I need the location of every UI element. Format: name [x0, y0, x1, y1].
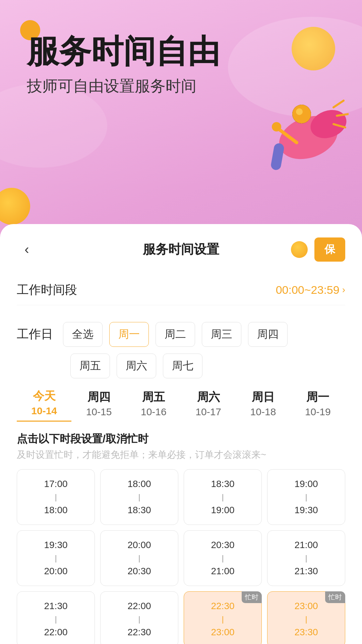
time-start-3: 19:00	[294, 479, 318, 489]
time-start-1: 18:00	[127, 479, 151, 489]
time-start-11: 23:00	[294, 601, 318, 611]
schedule-hint: 及时设置忙时，才能避免拒单；来单必接，订单才会滚滚来~	[17, 448, 345, 461]
separator-2: |	[187, 492, 258, 502]
date-nav-item-5[interactable]: 周一 10-19	[291, 389, 345, 422]
back-button[interactable]: ‹	[17, 242, 37, 257]
day-btn-tue[interactable]: 周二	[156, 322, 195, 347]
main-card: ‹ 服务时间设置 保 工作时间段 00:00~23:59 › 工作日 全选 周一…	[0, 224, 362, 644]
day-btn-all[interactable]: 全选	[63, 322, 103, 347]
date-num-3: 10-17	[181, 406, 236, 418]
date-num-1: 10-15	[71, 406, 126, 418]
weekday-section: 工作日 全选 周一 周二 周三 周四 周五 周六 周七	[0, 312, 362, 382]
card-header: ‹ 服务时间设置 保	[0, 224, 362, 268]
date-day-2: 周五	[126, 389, 181, 405]
separator-7: |	[271, 553, 342, 563]
day-btn-sat[interactable]: 周六	[117, 354, 156, 378]
schedule-section: 点击以下时段设置/取消忙时 及时设置忙时，才能避免拒单；来单必接，订单才会滚滚来…	[0, 425, 362, 644]
date-nav-item-0[interactable]: 今天 10-14	[17, 388, 71, 422]
svg-rect-2	[270, 143, 285, 171]
svg-point-5	[296, 108, 303, 115]
separator-1: |	[104, 492, 175, 502]
day-btn-thu[interactable]: 周四	[248, 322, 288, 347]
day-btn-wed[interactable]: 周三	[202, 322, 241, 347]
separator-8: |	[20, 614, 91, 624]
separator-6: |	[187, 553, 258, 563]
time-end-8: 22:00	[44, 627, 67, 637]
day-btn-fri[interactable]: 周五	[70, 354, 110, 378]
page-title: 服务时间设置	[143, 241, 219, 258]
separator-9: |	[104, 614, 175, 624]
orange-ball-decoration	[291, 241, 308, 258]
date-num-2: 10-16	[126, 406, 181, 418]
work-time-section: 工作时间段 00:00~23:59 ›	[0, 268, 362, 312]
hero-section: 服务时间自由 技师可自由设置服务时间	[0, 0, 362, 97]
time-start-8: 21:30	[44, 601, 67, 611]
work-time-range: 00:00~23:59	[276, 283, 340, 297]
busy-badge-11: 忙时	[325, 591, 345, 603]
time-start-6: 20:30	[211, 540, 234, 550]
time-start-7: 21:00	[294, 540, 318, 550]
time-slot-10[interactable]: 忙时 22:30 | 23:00	[184, 591, 262, 644]
time-slot-8[interactable]: 21:30 | 22:00	[17, 591, 95, 644]
header-right: 保	[291, 237, 345, 262]
busy-badge-10: 忙时	[242, 591, 262, 603]
time-end-6: 21:00	[211, 566, 234, 576]
separator-5: |	[104, 553, 175, 563]
separator-3: |	[271, 492, 342, 502]
time-slot-1[interactable]: 18:00 | 18:30	[100, 469, 178, 525]
time-slot-6[interactable]: 20:30 | 21:00	[184, 530, 262, 586]
date-day-3: 周六	[181, 389, 236, 405]
hero-title: 服务时间自由	[27, 34, 335, 69]
date-nav-item-1[interactable]: 周四 10-15	[71, 389, 126, 422]
work-time-row[interactable]: 工作时间段 00:00~23:59 ›	[17, 275, 345, 305]
time-slot-7[interactable]: 21:00 | 21:30	[267, 530, 345, 586]
work-time-value: 00:00~23:59 ›	[276, 283, 345, 297]
date-nav-item-2[interactable]: 周五 10-16	[126, 389, 181, 422]
deco-blob-left	[0, 188, 30, 225]
time-end-1: 18:30	[127, 505, 151, 515]
time-end-3: 19:30	[294, 505, 318, 515]
time-end-0: 18:00	[44, 505, 67, 515]
date-day-4: 周日	[236, 389, 290, 405]
date-num-4: 10-18	[236, 406, 290, 418]
time-end-7: 21:30	[294, 566, 318, 576]
time-slot-0[interactable]: 17:00 | 18:00	[17, 469, 95, 525]
time-start-2: 18:30	[211, 479, 234, 489]
date-num-5: 10-19	[291, 406, 345, 418]
date-num-0: 10-14	[17, 405, 71, 417]
time-end-5: 20:30	[127, 566, 151, 576]
time-end-2: 19:00	[211, 505, 234, 515]
time-end-11: 23:30	[294, 627, 318, 637]
weekday-label: 工作日	[17, 326, 53, 342]
separator-0: |	[20, 492, 91, 502]
work-time-label: 工作时间段	[17, 282, 77, 298]
separator-10: |	[187, 614, 258, 624]
weekday-row2: 周五 周六 周七	[70, 354, 345, 378]
time-slot-11[interactable]: 忙时 23:00 | 23:30	[267, 591, 345, 644]
time-start-0: 17:00	[44, 479, 67, 489]
date-nav-item-4[interactable]: 周日 10-18	[236, 389, 290, 422]
time-grid: 17:00 | 18:00 18:00 | 18:30 18:30 | 19:0…	[17, 469, 345, 644]
day-btn-sun[interactable]: 周七	[163, 354, 202, 378]
megaphone-illustration	[248, 84, 349, 178]
time-start-4: 19:30	[44, 540, 67, 550]
time-slot-2[interactable]: 18:30 | 19:00	[184, 469, 262, 525]
time-start-5: 20:00	[127, 540, 151, 550]
time-slot-5[interactable]: 20:00 | 20:30	[100, 530, 178, 586]
day-btn-mon[interactable]: 周一	[109, 322, 149, 347]
time-start-10: 22:30	[211, 601, 234, 611]
save-button[interactable]: 保	[314, 237, 345, 262]
date-nav-item-3[interactable]: 周六 10-17	[181, 389, 236, 422]
date-day-0: 今天	[17, 388, 71, 404]
time-slot-3[interactable]: 19:00 | 19:30	[267, 469, 345, 525]
time-start-9: 22:00	[127, 601, 151, 611]
date-day-5: 周一	[291, 389, 345, 405]
time-slot-4[interactable]: 19:30 | 20:00	[17, 530, 95, 586]
weekday-row1: 工作日 全选 周一 周二 周三 周四	[17, 322, 345, 347]
time-slot-9[interactable]: 22:00 | 22:30	[100, 591, 178, 644]
schedule-title: 点击以下时段设置/取消忙时	[17, 432, 345, 446]
date-day-1: 周四	[71, 389, 126, 405]
time-end-9: 22:30	[127, 627, 151, 637]
chevron-right-icon: ›	[342, 284, 345, 295]
svg-point-10	[272, 122, 281, 131]
